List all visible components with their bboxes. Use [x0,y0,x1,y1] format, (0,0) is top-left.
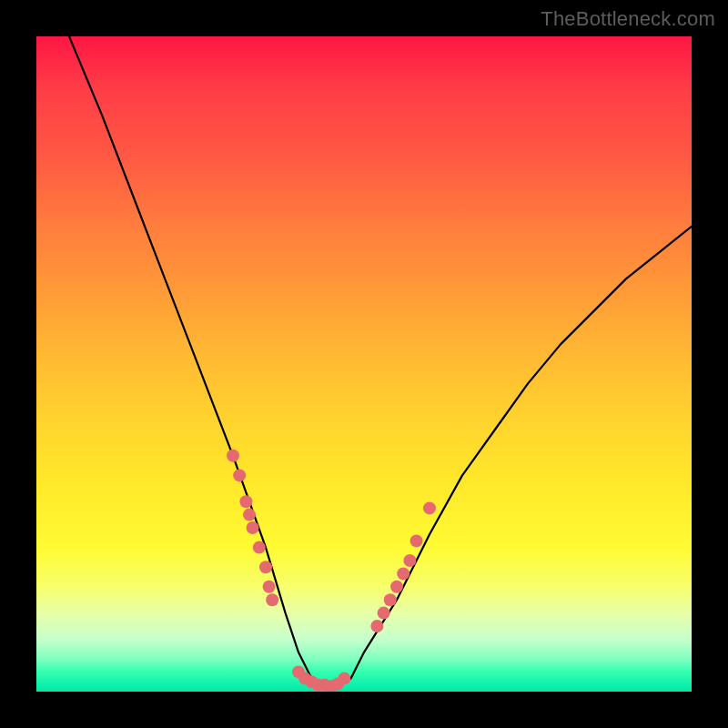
data-marker [233,469,246,481]
data-marker [247,521,259,534]
plot-area [36,36,692,692]
data-marker [384,593,397,606]
data-marker [397,567,410,580]
curve-svg [36,36,692,692]
marker-group [227,450,436,692]
data-marker [263,581,276,593]
data-marker [378,607,390,620]
chart-container: TheBottleneck.com [0,0,728,728]
data-marker [239,495,252,508]
data-marker [266,593,278,606]
data-marker [423,501,436,514]
watermark-text: TheBottleneck.com [541,7,715,31]
curve-path [69,36,692,692]
data-marker [403,554,416,567]
data-marker [253,541,266,554]
data-marker [390,581,403,593]
data-marker [243,509,256,521]
data-marker [227,450,239,462]
data-marker [259,561,272,573]
data-marker [370,620,383,632]
data-marker [338,672,350,685]
bottleneck-curve [69,36,692,692]
data-marker [410,534,423,547]
